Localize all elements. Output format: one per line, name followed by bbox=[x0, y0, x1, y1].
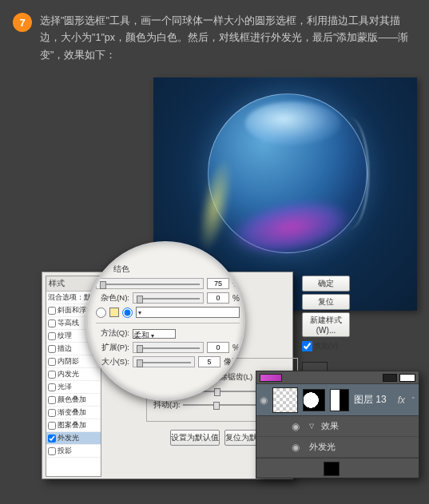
layers-bot bbox=[256, 458, 419, 478]
pattern-overlay-checkbox[interactable] bbox=[48, 422, 56, 430]
contour-checkbox[interactable] bbox=[48, 319, 56, 327]
gradient-radio[interactable] bbox=[122, 308, 133, 318]
spread-label: 扩展(P): bbox=[96, 343, 129, 353]
color-radio[interactable] bbox=[96, 308, 106, 318]
bevel-checkbox[interactable] bbox=[48, 307, 56, 315]
gradient-overlay-checkbox[interactable] bbox=[48, 409, 56, 417]
style-label: 等高线 bbox=[58, 318, 79, 328]
new-style-button[interactable]: 新建样式(W)... bbox=[302, 312, 350, 337]
style-row[interactable]: 光泽 bbox=[46, 381, 101, 394]
layer-name[interactable]: 图层 13 bbox=[354, 393, 393, 407]
style-row[interactable]: 图案叠加 bbox=[46, 419, 101, 432]
cancel-button[interactable]: 复位 bbox=[302, 294, 350, 310]
layer-mask-2[interactable] bbox=[330, 389, 349, 411]
style-row[interactable]: 内发光 bbox=[46, 368, 101, 381]
layers-panel: ◉ 图层 13 fx ˅ ◉ ▽ 效果 ◉ 外发光 bbox=[256, 371, 419, 478]
style-row-outerglow[interactable]: 外发光 bbox=[46, 432, 101, 445]
layer-mask-1[interactable] bbox=[303, 389, 325, 411]
visibility-icon[interactable]: ◉ bbox=[292, 442, 300, 453]
effects-row[interactable]: ◉ ▽ 效果 bbox=[256, 416, 419, 437]
style-label: 外发光 bbox=[58, 433, 79, 443]
structure-label: 结色 bbox=[96, 264, 129, 275]
thumb-white bbox=[399, 374, 415, 382]
method-label: 方法(Q): bbox=[96, 328, 129, 339]
style-label: 描边 bbox=[58, 343, 72, 354]
fx-chevron-icon[interactable]: ˅ bbox=[411, 396, 415, 404]
stroke-checkbox[interactable] bbox=[48, 345, 56, 353]
layer-thumbnail[interactable] bbox=[272, 387, 298, 413]
visibility-icon[interactable]: ◉ bbox=[292, 421, 300, 432]
color-overlay-checkbox[interactable] bbox=[48, 396, 56, 404]
color-swatch[interactable] bbox=[109, 308, 119, 317]
outerglow-effect-row[interactable]: ◉ 外发光 bbox=[256, 437, 419, 458]
dropshadow-checkbox[interactable] bbox=[48, 447, 56, 455]
preview-checkbox[interactable] bbox=[302, 341, 312, 351]
effects-label: 效果 bbox=[321, 420, 339, 432]
outerglow-checkbox[interactable] bbox=[48, 435, 56, 442]
sphere-edge bbox=[329, 117, 369, 229]
instruction-text: 选择"圆形选框"工具，画一个同球体一样大小的圆形选框，利用描边工具对其描边，大小… bbox=[40, 13, 415, 64]
layer-row[interactable]: ◉ 图层 13 fx ˅ bbox=[256, 384, 419, 416]
thumb-magenta bbox=[260, 374, 282, 382]
sphere-highlight bbox=[245, 101, 341, 145]
style-row[interactable]: 颜色叠加 bbox=[46, 394, 101, 407]
preview-label: 预览(V) bbox=[314, 341, 338, 351]
method-dropdown[interactable]: 柔和 bbox=[133, 329, 176, 339]
innershadow-checkbox[interactable] bbox=[48, 358, 56, 366]
jitter-slider[interactable] bbox=[183, 404, 259, 406]
size-input[interactable] bbox=[198, 356, 220, 367]
texture-checkbox[interactable] bbox=[48, 332, 56, 340]
innerglow-checkbox[interactable] bbox=[48, 371, 56, 379]
satin-checkbox[interactable] bbox=[48, 383, 56, 391]
style-label: 内发光 bbox=[58, 369, 79, 379]
visibility-icon[interactable]: ◉ bbox=[260, 395, 268, 406]
ok-button[interactable]: 确定 bbox=[302, 276, 350, 292]
style-label: 颜色叠加 bbox=[58, 395, 86, 405]
opacity-slider[interactable] bbox=[96, 278, 204, 289]
gradient-picker[interactable] bbox=[136, 307, 240, 318]
pct-label: % bbox=[232, 343, 240, 352]
style-label: 投影 bbox=[58, 446, 72, 456]
outerglow-label: 外发光 bbox=[309, 441, 336, 453]
style-row[interactable]: 内阴影 bbox=[46, 355, 101, 368]
triangle-icon: ▽ bbox=[309, 423, 314, 430]
step-badge: 7 bbox=[13, 13, 32, 32]
noise-label: 杂色(N): bbox=[96, 293, 129, 304]
noise-slider[interactable] bbox=[133, 292, 204, 304]
style-row[interactable]: 投影 bbox=[46, 445, 101, 458]
size-label: 大小(S): bbox=[96, 357, 129, 367]
style-label: 渐变叠加 bbox=[58, 407, 86, 418]
opacity-input[interactable] bbox=[207, 278, 229, 289]
fx-badge[interactable]: fx bbox=[398, 395, 405, 406]
style-label: 图案叠加 bbox=[58, 420, 86, 431]
style-row[interactable]: 渐变叠加 bbox=[46, 407, 101, 419]
layer-thumb-bottom bbox=[324, 462, 340, 476]
spread-slider[interactable] bbox=[133, 342, 204, 353]
jitter-label: 抖动(J): bbox=[153, 400, 181, 411]
magnifier: 结色 % 杂色(N): % 方法(Q): 柔和 扩展(P): % bbox=[85, 241, 245, 401]
style-label: 纹理 bbox=[58, 331, 72, 341]
pct-label: % bbox=[232, 294, 240, 303]
noise-input[interactable] bbox=[207, 292, 229, 304]
spread-input[interactable] bbox=[207, 342, 229, 353]
set-default-button[interactable]: 设置为默认值 bbox=[170, 430, 220, 446]
style-label: 内阴影 bbox=[58, 356, 79, 367]
thumb-black bbox=[383, 374, 397, 382]
style-label: 光泽 bbox=[58, 382, 72, 392]
layers-toprow bbox=[256, 371, 419, 384]
size-slider[interactable] bbox=[133, 356, 195, 367]
